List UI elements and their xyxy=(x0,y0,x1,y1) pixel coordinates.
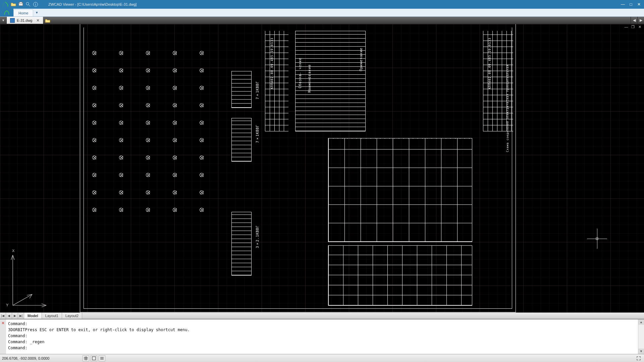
svg-rect-5 xyxy=(92,357,96,360)
tab-list-dropdown-icon[interactable]: ▾ xyxy=(0,17,7,24)
layout-nav-prev-icon[interactable]: ◀ xyxy=(6,313,12,319)
relay-ladder xyxy=(328,138,472,242)
drawing-number: КПП402.08.09.485.19.0133 xyxy=(488,38,491,89)
command-scrollbar[interactable]: ▲ ▼ xyxy=(638,319,644,354)
mdi-close-icon[interactable]: ✕ xyxy=(637,25,642,29)
schematic-symbol-grid xyxy=(92,51,213,212)
cable-label: 3×2.1КВВГ xyxy=(256,225,259,248)
layout-nav-last-icon[interactable]: ▶| xyxy=(18,313,24,319)
document-tab[interactable]: E-31.dwg ✕ xyxy=(7,17,43,24)
layout-tab-layout1[interactable]: Layout1 xyxy=(42,313,62,319)
svg-rect-1 xyxy=(19,2,22,3)
scroll-up-icon[interactable]: ▲ xyxy=(638,319,644,325)
ribbon-tab-label: Home xyxy=(18,11,28,15)
plot-icon[interactable] xyxy=(18,2,23,7)
ribbon-expand-icon[interactable]: ▾ xyxy=(33,9,41,16)
notes-header: Примечание xyxy=(360,48,363,71)
layout-tab-label: Layout1 xyxy=(45,314,58,318)
ucs-y-label: Y xyxy=(6,303,8,307)
find-icon[interactable] xyxy=(25,2,31,7)
app-menu-button[interactable] xyxy=(0,9,13,16)
title-bar: i ZWCAD Viewer - [C:\Users\Артём\Desktop… xyxy=(0,0,644,9)
terminal-strip xyxy=(231,212,252,276)
ribbon-tab-home[interactable]: Home xyxy=(13,9,33,16)
app-logo-icon[interactable] xyxy=(2,1,9,8)
ucs-icon: X Y xyxy=(6,250,60,308)
window-title: ZWCAD Viewer - [C:\Users\Артём\Desktop\E… xyxy=(48,2,137,6)
tab-scroll-left-icon[interactable]: ◀ xyxy=(631,17,637,24)
ucs-x-label: X xyxy=(12,249,14,253)
terminal-strip xyxy=(231,71,252,108)
svg-text:i: i xyxy=(35,2,36,6)
dwg-file-icon xyxy=(10,18,15,23)
layout-tab-layout2[interactable]: Layout2 xyxy=(62,313,82,319)
layout-tab-bar: |◀ ◀ ▶ ▶| Model Layout1 Layout2 xyxy=(0,312,644,319)
layout-nav-first-icon[interactable]: |◀ xyxy=(0,313,6,319)
project-header: Схема соединений электрическая принципиа… xyxy=(506,64,509,152)
power-circuit xyxy=(328,245,472,306)
terminal-strip xyxy=(231,118,252,162)
cable-label: 7×1КВВГ xyxy=(256,125,259,143)
cable-label: 7×1КВВГ xyxy=(256,81,259,99)
window-controls: — □ ✕ xyxy=(619,2,644,7)
open-folder-icon[interactable] xyxy=(11,2,16,7)
menu-toggle-icon[interactable] xyxy=(99,355,105,361)
tab-scroll-right-icon[interactable]: ▶ xyxy=(637,17,644,24)
revision-table xyxy=(265,31,288,131)
scroll-down-icon[interactable]: ▼ xyxy=(638,349,644,354)
mdi-window-controls: — ❐ ✕ xyxy=(624,25,642,29)
ribbon-bar: Home ▾ xyxy=(0,9,644,17)
svg-point-2 xyxy=(26,2,29,5)
mdi-restore-icon[interactable]: ❐ xyxy=(631,25,635,29)
drawing-number: КПП402.08.09.485.19.0133 xyxy=(271,38,274,89)
parts-list-header: Наименование xyxy=(308,64,311,93)
fullscreen-toggle-icon[interactable] xyxy=(635,355,642,361)
command-history[interactable]: Command: 3DORBITPress ESC or ENTER to ex… xyxy=(6,319,638,354)
layout-tab-label: Layout2 xyxy=(65,314,78,318)
coordinate-readout[interactable]: 206.6708, -932.0009, 0.0000 xyxy=(2,356,76,360)
quick-access-toolbar: i xyxy=(0,1,40,8)
minimize-button[interactable]: — xyxy=(619,2,627,7)
status-toggle-group xyxy=(83,355,105,361)
layout-tab-label: Model xyxy=(28,314,38,318)
new-tab-button[interactable] xyxy=(43,17,52,24)
parts-list xyxy=(295,31,366,131)
close-tab-icon[interactable]: ✕ xyxy=(36,18,40,23)
command-handle-icon[interactable]: ✕ xyxy=(0,319,6,354)
mdi-minimize-icon[interactable]: — xyxy=(624,25,629,29)
close-button[interactable]: ✕ xyxy=(635,2,643,7)
snap-toggle-icon[interactable] xyxy=(91,355,97,361)
grid-toggle-icon[interactable] xyxy=(83,355,89,361)
drawing-viewport[interactable]: — ❐ ✕ 7×1КВВГ 7×1КВВГ 3×2.1КВВГ Наименов… xyxy=(0,24,644,312)
layout-tab-model[interactable]: Model xyxy=(24,313,42,319)
layout-nav-next-icon[interactable]: ▶ xyxy=(12,313,18,319)
document-tab-label: E-31.dwg xyxy=(17,18,32,22)
command-window: ✕ Command: 3DORBITPress ESC or ENTER to … xyxy=(0,319,644,354)
document-tab-bar: ▾ E-31.dwg ✕ ◀ ▶ xyxy=(0,17,644,24)
crosshair-cursor xyxy=(587,229,607,249)
pos-header: Обозна- чение xyxy=(299,58,302,88)
status-bar: 206.6708, -932.0009, 0.0000 xyxy=(0,354,644,362)
maximize-button[interactable]: □ xyxy=(627,2,635,7)
help-icon[interactable]: i xyxy=(33,2,38,7)
